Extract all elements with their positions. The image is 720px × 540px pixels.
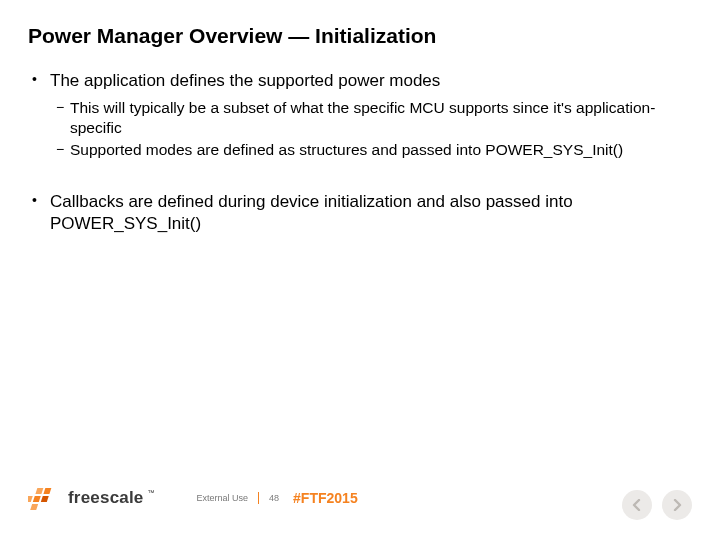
brand-logo: freescale ™ (28, 486, 157, 510)
external-use-label: External Use (197, 492, 260, 504)
bullet-level2: This will typically be a subset of what … (28, 98, 692, 138)
prev-button[interactable] (622, 490, 652, 520)
slide-title: Power Manager Overview — Initialization (28, 24, 692, 48)
svg-rect-1 (43, 488, 51, 494)
bullet-level1: The application defines the supported po… (28, 70, 692, 92)
next-button[interactable] (662, 490, 692, 520)
bullet-level1: Callbacks are defined during device init… (28, 191, 692, 235)
svg-rect-5 (30, 504, 38, 510)
brand-name: freescale (68, 488, 144, 508)
footer: freescale ™ External Use 48 #FTF2015 (28, 480, 692, 516)
svg-rect-4 (28, 496, 33, 502)
bullet-list: The application defines the supported po… (28, 70, 692, 235)
svg-rect-3 (41, 496, 49, 502)
hashtag: #FTF2015 (293, 490, 358, 506)
trademark-symbol: ™ (148, 489, 155, 496)
chevron-left-icon (631, 499, 643, 511)
chevron-right-icon (671, 499, 683, 511)
nav-controls (622, 490, 692, 520)
svg-rect-2 (33, 496, 41, 502)
freescale-logo-icon (28, 486, 62, 510)
page-number: 48 (259, 493, 293, 503)
svg-rect-0 (35, 488, 43, 494)
bullet-level2: Supported modes are defined as structure… (28, 140, 692, 160)
